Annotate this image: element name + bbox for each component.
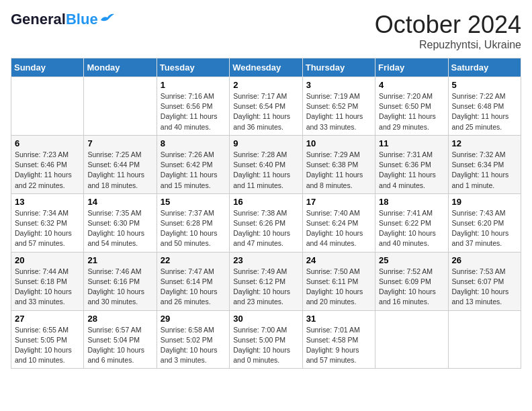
calendar-cell: 27Sunrise: 6:55 AMSunset: 5:05 PMDayligh… — [11, 310, 84, 369]
weekday-header-sunday: Sunday — [11, 58, 84, 77]
calendar-cell: 3Sunrise: 7:19 AMSunset: 6:52 PMDaylight… — [302, 77, 375, 136]
day-info: Sunrise: 6:57 AMSunset: 5:04 PMDaylight:… — [87, 325, 152, 366]
calendar-cell: 19Sunrise: 7:43 AMSunset: 6:20 PMDayligh… — [448, 193, 521, 252]
day-number: 10 — [306, 138, 371, 148]
day-info: Sunrise: 7:16 AMSunset: 6:56 PMDaylight:… — [161, 91, 226, 132]
day-info: Sunrise: 7:47 AMSunset: 6:14 PMDaylight:… — [161, 267, 226, 308]
day-number: 9 — [233, 138, 298, 148]
calendar-week-row: 27Sunrise: 6:55 AMSunset: 5:05 PMDayligh… — [11, 310, 521, 369]
weekday-header-monday: Monday — [84, 58, 157, 77]
day-info: Sunrise: 7:17 AMSunset: 6:54 PMDaylight:… — [233, 91, 298, 132]
day-number: 26 — [452, 255, 517, 265]
weekday-header-friday: Friday — [375, 58, 448, 77]
calendar-cell: 21Sunrise: 7:46 AMSunset: 6:16 PMDayligh… — [84, 252, 157, 310]
day-number: 6 — [15, 138, 80, 148]
day-number: 28 — [87, 314, 152, 324]
day-number: 22 — [161, 255, 226, 265]
day-info: Sunrise: 7:52 AMSunset: 6:09 PMDaylight:… — [379, 267, 444, 308]
calendar-cell: 5Sunrise: 7:22 AMSunset: 6:48 PMDaylight… — [448, 77, 521, 136]
day-info: Sunrise: 7:00 AMSunset: 5:00 PMDaylight:… — [233, 325, 298, 366]
title-section: October 2024 Repuzhyntsi, Ukraine — [375, 11, 521, 51]
day-number: 24 — [306, 255, 371, 265]
calendar-cell: 28Sunrise: 6:57 AMSunset: 5:04 PMDayligh… — [84, 310, 157, 369]
day-info: Sunrise: 6:55 AMSunset: 5:05 PMDaylight:… — [15, 325, 80, 366]
calendar-cell — [448, 310, 521, 369]
location-subtitle: Repuzhyntsi, Ukraine — [375, 39, 521, 51]
weekday-header-wednesday: Wednesday — [230, 58, 302, 77]
day-info: Sunrise: 7:49 AMSunset: 6:12 PMDaylight:… — [233, 267, 298, 308]
calendar-cell — [11, 77, 84, 136]
calendar-cell: 23Sunrise: 7:49 AMSunset: 6:12 PMDayligh… — [230, 252, 302, 310]
page-header: General Blue October 2024 Repuzhyntsi, U… — [11, 11, 521, 51]
calendar-cell: 10Sunrise: 7:29 AMSunset: 6:38 PMDayligh… — [302, 135, 375, 193]
calendar-cell: 18Sunrise: 7:41 AMSunset: 6:22 PMDayligh… — [375, 193, 448, 252]
day-number: 30 — [233, 314, 298, 324]
day-info: Sunrise: 7:46 AMSunset: 6:16 PMDaylight:… — [87, 267, 152, 308]
calendar-cell — [84, 77, 157, 136]
day-number: 21 — [87, 255, 152, 265]
day-info: Sunrise: 7:28 AMSunset: 6:40 PMDaylight:… — [233, 150, 298, 191]
weekday-header-saturday: Saturday — [448, 58, 521, 77]
calendar-cell: 13Sunrise: 7:34 AMSunset: 6:32 PMDayligh… — [11, 193, 84, 252]
calendar-cell: 25Sunrise: 7:52 AMSunset: 6:09 PMDayligh… — [375, 252, 448, 310]
day-number: 17 — [306, 197, 371, 207]
day-number: 23 — [233, 255, 298, 265]
day-number: 5 — [452, 80, 517, 90]
calendar-cell: 24Sunrise: 7:50 AMSunset: 6:11 PMDayligh… — [302, 252, 375, 310]
calendar-cell — [375, 310, 448, 369]
weekday-header-tuesday: Tuesday — [157, 58, 229, 77]
calendar-cell: 15Sunrise: 7:37 AMSunset: 6:28 PMDayligh… — [157, 193, 229, 252]
day-number: 12 — [452, 138, 517, 148]
day-info: Sunrise: 7:35 AMSunset: 6:30 PMDaylight:… — [87, 208, 152, 249]
day-number: 4 — [379, 80, 444, 90]
day-info: Sunrise: 7:19 AMSunset: 6:52 PMDaylight:… — [306, 91, 371, 132]
day-number: 19 — [452, 197, 517, 207]
calendar-table: SundayMondayTuesdayWednesdayThursdayFrid… — [11, 58, 521, 369]
day-info: Sunrise: 7:40 AMSunset: 6:24 PMDaylight:… — [306, 208, 371, 249]
calendar-week-row: 6Sunrise: 7:23 AMSunset: 6:46 PMDaylight… — [11, 135, 521, 193]
day-number: 18 — [379, 197, 444, 207]
calendar-cell: 12Sunrise: 7:32 AMSunset: 6:34 PMDayligh… — [448, 135, 521, 193]
day-info: Sunrise: 7:01 AMSunset: 4:58 PMDaylight:… — [306, 325, 371, 366]
day-info: Sunrise: 7:26 AMSunset: 6:42 PMDaylight:… — [161, 150, 226, 191]
day-number: 20 — [15, 255, 80, 265]
calendar-header-row: SundayMondayTuesdayWednesdayThursdayFrid… — [11, 58, 521, 77]
weekday-header-thursday: Thursday — [302, 58, 375, 77]
day-info: Sunrise: 7:37 AMSunset: 6:28 PMDaylight:… — [161, 208, 226, 249]
calendar-cell: 31Sunrise: 7:01 AMSunset: 4:58 PMDayligh… — [302, 310, 375, 369]
day-info: Sunrise: 7:23 AMSunset: 6:46 PMDaylight:… — [15, 150, 80, 191]
calendar-cell: 4Sunrise: 7:20 AMSunset: 6:50 PMDaylight… — [375, 77, 448, 136]
calendar-cell: 30Sunrise: 7:00 AMSunset: 5:00 PMDayligh… — [230, 310, 302, 369]
day-number: 7 — [87, 138, 152, 148]
day-number: 8 — [161, 138, 226, 148]
day-info: Sunrise: 7:20 AMSunset: 6:50 PMDaylight:… — [379, 91, 444, 132]
calendar-cell: 16Sunrise: 7:38 AMSunset: 6:26 PMDayligh… — [230, 193, 302, 252]
day-number: 13 — [15, 197, 80, 207]
calendar-cell: 29Sunrise: 6:58 AMSunset: 5:02 PMDayligh… — [157, 310, 229, 369]
day-info: Sunrise: 7:38 AMSunset: 6:26 PMDaylight:… — [233, 208, 298, 249]
day-number: 15 — [161, 197, 226, 207]
calendar-week-row: 20Sunrise: 7:44 AMSunset: 6:18 PMDayligh… — [11, 252, 521, 310]
logo-bird-icon — [99, 12, 114, 26]
calendar-cell: 6Sunrise: 7:23 AMSunset: 6:46 PMDaylight… — [11, 135, 84, 193]
day-number: 14 — [87, 197, 152, 207]
day-info: Sunrise: 7:43 AMSunset: 6:20 PMDaylight:… — [452, 208, 517, 249]
calendar-cell: 20Sunrise: 7:44 AMSunset: 6:18 PMDayligh… — [11, 252, 84, 310]
day-info: Sunrise: 7:22 AMSunset: 6:48 PMDaylight:… — [452, 91, 517, 132]
calendar-cell: 14Sunrise: 7:35 AMSunset: 6:30 PMDayligh… — [84, 193, 157, 252]
day-number: 11 — [379, 138, 444, 148]
day-info: Sunrise: 7:41 AMSunset: 6:22 PMDaylight:… — [379, 208, 444, 249]
day-info: Sunrise: 7:34 AMSunset: 6:32 PMDaylight:… — [15, 208, 80, 249]
day-info: Sunrise: 7:32 AMSunset: 6:34 PMDaylight:… — [452, 150, 517, 191]
logo: General Blue — [11, 11, 114, 28]
day-info: Sunrise: 7:53 AMSunset: 6:07 PMDaylight:… — [452, 267, 517, 308]
day-number: 25 — [379, 255, 444, 265]
day-number: 1 — [161, 80, 226, 90]
calendar-cell: 9Sunrise: 7:28 AMSunset: 6:40 PMDaylight… — [230, 135, 302, 193]
calendar-cell: 22Sunrise: 7:47 AMSunset: 6:14 PMDayligh… — [157, 252, 229, 310]
calendar-cell: 11Sunrise: 7:31 AMSunset: 6:36 PMDayligh… — [375, 135, 448, 193]
day-info: Sunrise: 7:31 AMSunset: 6:36 PMDaylight:… — [379, 150, 444, 191]
calendar-week-row: 1Sunrise: 7:16 AMSunset: 6:56 PMDaylight… — [11, 77, 521, 136]
day-info: Sunrise: 7:25 AMSunset: 6:44 PMDaylight:… — [87, 150, 152, 191]
calendar-cell: 2Sunrise: 7:17 AMSunset: 6:54 PMDaylight… — [230, 77, 302, 136]
